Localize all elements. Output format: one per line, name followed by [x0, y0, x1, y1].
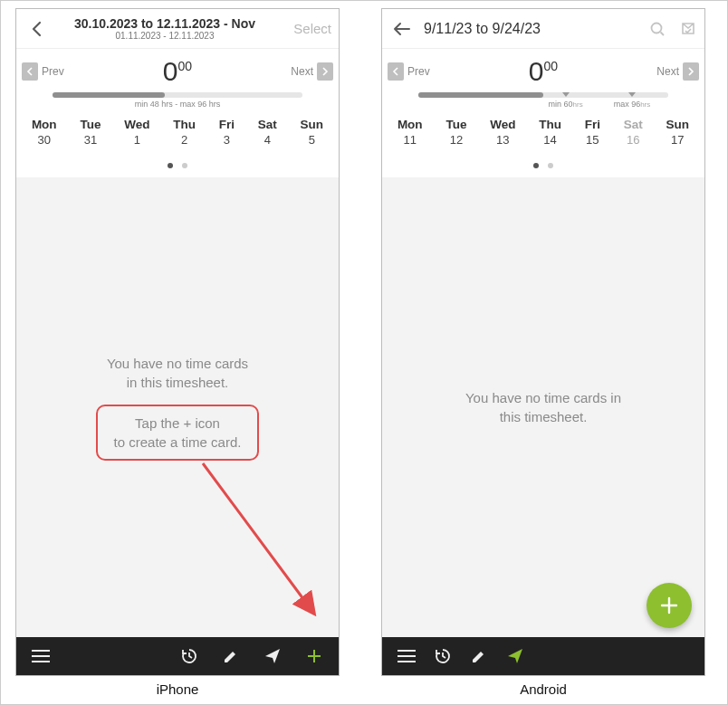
range-track[interactable] [53, 92, 302, 98]
hours-range: min 60hrs max 96hrs [382, 89, 704, 110]
day-tue[interactable]: Tue12 [445, 118, 466, 147]
hours-decimal: 00 [178, 59, 193, 73]
select-button[interactable]: Select [281, 21, 331, 36]
empty-state: You have no time cards in this timesheet… [382, 177, 704, 637]
page-dot-2[interactable] [182, 163, 187, 168]
day-selector: Mon11 Tue12 Wed13 Thu14 Fri15 Sat16 Sun1… [382, 110, 704, 156]
send-icon[interactable] [500, 641, 531, 672]
next-button[interactable]: Next [291, 62, 333, 81]
hours-whole: 0 [163, 56, 178, 87]
next-label: Next [291, 65, 313, 78]
range-labels: min 48 hrs - max 96 hrs [53, 100, 302, 109]
empty-hint-callout: Tap the + icon to create a time card. [96, 405, 260, 461]
header-title-line2: 01.11.2023 - 12.11.2023 [49, 31, 281, 41]
iphone-screen: 30.10.2023 to 12.11.2023 - Nov 01.11.202… [15, 8, 340, 676]
annotation-arrow [196, 458, 331, 625]
day-sun[interactable]: Sun17 [666, 118, 690, 147]
send-icon[interactable] [257, 641, 288, 672]
day-fri[interactable]: Fri15 [585, 118, 600, 147]
approve-icon[interactable] [679, 20, 697, 38]
range-max: max 96hrs [614, 100, 651, 109]
history-icon[interactable] [174, 641, 205, 672]
back-button[interactable] [24, 16, 49, 42]
range-labels: min 60hrs max 96hrs [418, 100, 668, 109]
total-hours: 0 00 [163, 56, 192, 87]
svg-point-1 [652, 23, 662, 33]
bottom-toolbar [16, 637, 339, 675]
empty-message: You have no time cards in this timesheet… [465, 388, 621, 426]
day-mon[interactable]: Mon30 [32, 118, 57, 147]
range-label-text: min 48 hrs - max 96 hrs [135, 100, 221, 109]
day-fri[interactable]: Fri3 [219, 118, 235, 147]
next-button[interactable]: Next [656, 62, 699, 81]
header-bar: 30.10.2023 to 12.11.2023 - Nov 01.11.202… [16, 9, 339, 49]
add-button[interactable] [299, 641, 330, 672]
hours-range: min 48 hrs - max 96 hrs [16, 89, 339, 110]
header-title[interactable]: 30.10.2023 to 12.11.2023 - Nov 01.11.202… [49, 16, 281, 41]
total-hours: 0 00 [529, 56, 558, 87]
caption-android: Android [381, 681, 705, 697]
edit-icon[interactable] [216, 641, 246, 672]
day-thu[interactable]: Thu2 [173, 118, 196, 147]
menu-button[interactable] [391, 641, 422, 672]
hours-summary-row: Prev 0 00 Next [16, 49, 339, 89]
history-icon[interactable] [427, 641, 458, 672]
caption-iphone: iPhone [15, 681, 340, 697]
day-tue[interactable]: Tue31 [80, 118, 101, 147]
header-title-text: 9/11/23 to 9/24/23 [424, 21, 648, 37]
day-sat[interactable]: Sat4 [258, 118, 277, 147]
back-button[interactable] [389, 16, 415, 42]
android-screen: 9/11/23 to 9/24/23 Prev [381, 8, 705, 676]
svg-line-2 [661, 32, 665, 35]
page-dot-1[interactable] [168, 163, 173, 168]
prev-label: Prev [407, 65, 430, 78]
prev-label: Prev [42, 65, 64, 78]
chevron-left-icon [22, 62, 38, 81]
bottom-toolbar [382, 637, 704, 675]
day-selector: Mon30 Tue31 Wed1 Thu2 Fri3 Sat4 Sun5 [16, 110, 339, 156]
page-dot-1[interactable] [533, 163, 539, 168]
chevron-left-icon [388, 62, 404, 81]
day-sat[interactable]: Sat16 [624, 118, 643, 147]
chevron-right-icon [683, 62, 699, 81]
hours-summary-row: Prev 0 00 Next [382, 49, 704, 89]
prev-button[interactable]: Prev [22, 62, 64, 81]
next-label: Next [656, 65, 679, 78]
day-wed[interactable]: Wed1 [124, 118, 149, 147]
prev-button[interactable]: Prev [388, 62, 430, 81]
day-wed[interactable]: Wed13 [490, 118, 515, 147]
day-sun[interactable]: Sun5 [301, 118, 324, 147]
header-title[interactable]: 9/11/23 to 9/24/23 [415, 21, 648, 37]
empty-state: You have no time cards in this timesheet… [16, 177, 339, 637]
hours-decimal: 00 [544, 59, 559, 73]
header-title-line1: 30.10.2023 to 12.11.2023 - Nov [49, 16, 281, 31]
hours-whole: 0 [529, 56, 544, 87]
page-dot-2[interactable] [548, 163, 553, 168]
svg-line-0 [203, 463, 311, 610]
day-thu[interactable]: Thu14 [539, 118, 561, 147]
menu-button[interactable] [25, 641, 56, 672]
page-indicator [382, 156, 704, 177]
range-min: min 60hrs [549, 100, 583, 109]
empty-message: You have no time cards in this timesheet… [107, 354, 248, 392]
chevron-right-icon [317, 62, 333, 81]
edit-icon[interactable] [464, 641, 494, 672]
add-fab-button[interactable] [647, 583, 692, 628]
day-mon[interactable]: Mon11 [398, 118, 423, 147]
search-icon[interactable] [648, 20, 666, 38]
header-bar: 9/11/23 to 9/24/23 [382, 9, 704, 49]
page-indicator [16, 156, 339, 177]
